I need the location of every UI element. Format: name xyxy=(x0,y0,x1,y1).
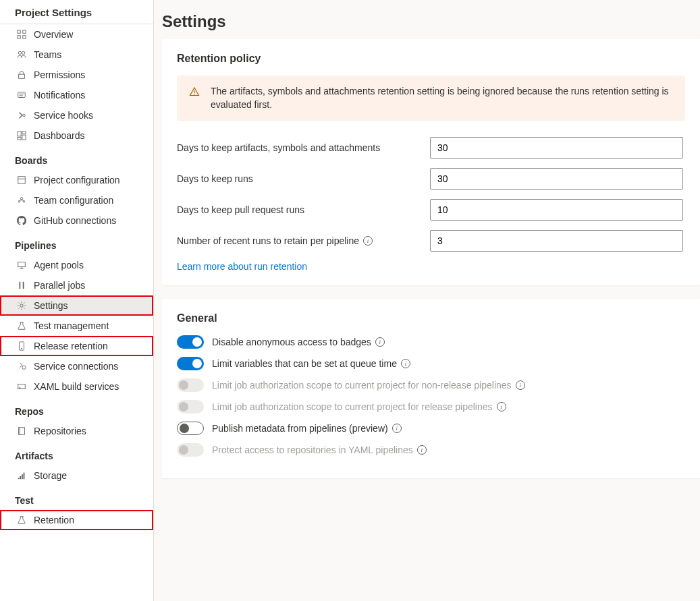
sidebar-item-label: Retention xyxy=(34,515,74,525)
sidebar-item-label: Test management xyxy=(34,320,109,331)
toggle-label: Publish metadata from pipelines (preview… xyxy=(212,423,402,434)
group-test: Test xyxy=(0,486,153,510)
retention-label: Days to keep runs xyxy=(177,173,430,184)
general-heading: General xyxy=(177,312,685,324)
sidebar-item-agent-pools[interactable]: Agent pools xyxy=(0,255,153,275)
xaml-icon xyxy=(16,381,27,392)
sidebar-item-label: Overview xyxy=(34,29,73,40)
svg-rect-12 xyxy=(22,132,26,134)
info-icon[interactable]: i xyxy=(401,359,410,368)
svg-rect-6 xyxy=(19,74,25,78)
toggle-switch xyxy=(177,443,204,457)
info-icon[interactable]: i xyxy=(497,402,506,411)
svg-rect-13 xyxy=(18,138,21,140)
sidebar-item-github-connections[interactable]: GitHub connections xyxy=(0,210,153,231)
overview-icon xyxy=(16,29,27,40)
sidebar-title: Project Settings xyxy=(0,0,153,24)
toggle-switch[interactable] xyxy=(177,335,204,349)
sidebar-item-teams[interactable]: Teams xyxy=(0,45,153,65)
svg-rect-37 xyxy=(18,478,20,480)
sidebar-item-settings[interactable]: Settings xyxy=(0,295,153,316)
learn-more-link[interactable]: Learn more about run retention xyxy=(177,261,307,272)
sidebar-item-overview[interactable]: Overview xyxy=(0,24,153,45)
toggle-row: Limit job authorization scope to current… xyxy=(177,400,685,413)
sidebar-item-release-retention[interactable]: Release retention xyxy=(0,336,153,356)
info-icon[interactable]: i xyxy=(375,337,385,347)
toggle-label: Disable anonymous access to badgesi xyxy=(212,337,385,347)
group-repos: Repos xyxy=(0,397,153,421)
sidebar-item-team-configuration[interactable]: Team configuration xyxy=(0,190,153,210)
sidebar-item-label: Service hooks xyxy=(34,110,93,121)
svc-icon xyxy=(16,361,27,372)
toggle-switch xyxy=(177,400,204,413)
sidebar-item-repositories[interactable]: Repositories xyxy=(0,421,153,441)
sidebar-item-parallel-jobs[interactable]: Parallel jobs xyxy=(0,275,153,295)
svg-rect-0 xyxy=(18,30,20,33)
team-icon xyxy=(16,195,27,206)
svg-point-4 xyxy=(18,51,21,54)
page-title: Settings xyxy=(162,12,700,39)
svg-rect-3 xyxy=(23,36,26,38)
info-icon[interactable]: i xyxy=(363,236,373,246)
hook-icon xyxy=(16,110,27,121)
toggle-switch[interactable] xyxy=(177,422,204,435)
toggle-switch xyxy=(177,378,204,392)
svg-rect-2 xyxy=(18,36,20,38)
sidebar-item-label: Dashboards xyxy=(34,130,85,141)
retention-row: Days to keep artifacts, symbols and atta… xyxy=(177,137,685,159)
sidebar-item-label: Project configuration xyxy=(34,175,120,185)
svg-rect-22 xyxy=(18,262,26,267)
svg-point-10 xyxy=(23,114,26,117)
svg-rect-14 xyxy=(22,135,26,140)
retention-input[interactable] xyxy=(430,199,683,221)
svg-point-17 xyxy=(20,198,23,200)
repo-icon xyxy=(16,426,27,436)
sidebar-item-xaml-build-services[interactable]: XAML build services xyxy=(0,376,153,397)
main-content: Settings Retention policy The artifacts,… xyxy=(154,0,700,601)
retention-label: Number of recent runs to retain per pipe… xyxy=(177,235,430,246)
retention-input[interactable] xyxy=(430,137,683,159)
sidebar-group-general: OverviewTeamsPermissionsNotificationsSer… xyxy=(0,24,153,146)
sidebar-item-notifications[interactable]: Notifications xyxy=(0,85,153,105)
svg-rect-7 xyxy=(18,92,26,98)
sidebar-item-label: Notifications xyxy=(34,90,85,101)
proj-icon xyxy=(16,175,27,185)
sidebar-item-service-connections[interactable]: Service connections xyxy=(0,356,153,376)
retention-label: Days to keep artifacts, symbols and atta… xyxy=(177,142,430,153)
alert-text: The artifacts, symbols and attachments r… xyxy=(211,85,673,111)
group-artifacts: Artifacts xyxy=(0,441,153,465)
sidebar-item-label: Team configuration xyxy=(34,195,113,206)
retention-input[interactable] xyxy=(430,168,683,190)
sidebar-item-label: Service connections xyxy=(34,361,118,372)
info-icon[interactable]: i xyxy=(516,380,525,390)
sidebar-item-storage[interactable]: Storage xyxy=(0,465,153,486)
retention-panel: Retention policy The artifacts, symbols … xyxy=(162,39,700,285)
sidebar-item-project-configuration[interactable]: Project configuration xyxy=(0,170,153,190)
bell-icon xyxy=(16,90,27,101)
teams-icon xyxy=(16,49,27,60)
group-pipelines: Pipelines xyxy=(0,231,153,255)
sidebar-item-label: XAML build services xyxy=(34,381,119,392)
svg-rect-39 xyxy=(22,474,23,479)
sidebar-item-service-hooks[interactable]: Service hooks xyxy=(0,105,153,125)
sidebar-item-test-management[interactable]: Test management xyxy=(0,316,153,336)
toggle-switch[interactable] xyxy=(177,357,204,370)
toggle-row: Publish metadata from pipelines (preview… xyxy=(177,422,685,435)
svg-point-5 xyxy=(22,51,24,54)
info-icon[interactable]: i xyxy=(392,424,402,433)
svg-point-31 xyxy=(22,366,26,369)
sidebar-item-label: Parallel jobs xyxy=(34,280,85,291)
retention-row: Days to keep runs xyxy=(177,168,685,190)
sidebar-item-label: Storage xyxy=(34,470,67,481)
retention-row: Days to keep pull request runs xyxy=(177,199,685,221)
retention-input[interactable] xyxy=(430,230,683,252)
info-icon[interactable]: i xyxy=(417,445,427,455)
retention-heading: Retention policy xyxy=(177,53,685,65)
svg-point-43 xyxy=(194,94,195,95)
sidebar-item-dashboards[interactable]: Dashboards xyxy=(0,125,153,146)
sidebar-item-retention[interactable]: Retention xyxy=(0,510,153,530)
toggle-label: Limit variables that can be set at queue… xyxy=(212,358,410,369)
svg-line-21 xyxy=(22,200,24,201)
sidebar-item-label: GitHub connections xyxy=(34,215,116,226)
sidebar-item-permissions[interactable]: Permissions xyxy=(0,65,153,85)
